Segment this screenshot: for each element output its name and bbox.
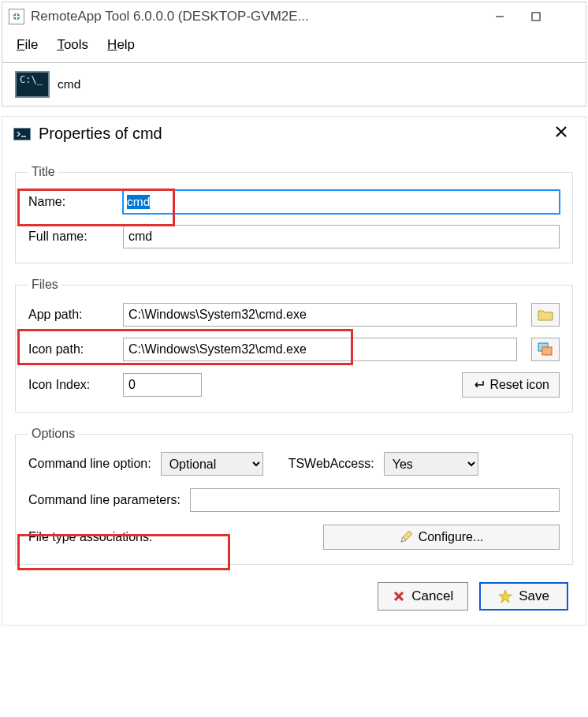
name-input-selected[interactable]: cmd (127, 195, 150, 209)
window-title: RemoteApp Tool 6.0.0.0 (DESKTOP-GVM2E... (31, 9, 493, 24)
window-controls (493, 9, 579, 24)
properties-dialog: Properties of cmd Title Name: cmd Full n… (2, 116, 586, 626)
main-window: RemoteApp Tool 6.0.0.0 (DESKTOP-GVM2E...… (2, 2, 586, 106)
fullname-input[interactable] (123, 225, 560, 248)
dialog-title: Properties of cmd (39, 125, 548, 143)
tsweb-label: TSWebAccess: (288, 457, 374, 471)
cmdline-option-label: Command line option: (28, 457, 151, 471)
maximize-button[interactable] (529, 9, 543, 24)
dialog-close-button[interactable] (548, 123, 575, 144)
fullname-label: Full name: (28, 230, 115, 244)
svg-rect-4 (542, 347, 552, 355)
apppath-label: App path: (28, 308, 115, 322)
cmd-terminal-icon: C:\_ (15, 71, 50, 98)
name-label: Name: (28, 195, 115, 209)
configure-button[interactable]: Configure... (323, 525, 560, 550)
menu-tools[interactable]: Tools (57, 37, 88, 53)
iconindex-input[interactable] (123, 373, 202, 397)
return-icon (472, 379, 485, 390)
x-icon (393, 590, 405, 603)
files-legend: Files (28, 278, 61, 292)
browse-apppath-button[interactable] (531, 303, 560, 327)
reset-icon-button[interactable]: Reset icon (462, 372, 560, 398)
cmdline-params-input[interactable] (190, 488, 560, 512)
fileassoc-label: File type associations: (28, 530, 152, 544)
cancel-button[interactable]: Cancel (378, 582, 468, 611)
folder-icon (538, 308, 553, 321)
star-icon (498, 589, 512, 603)
files-group: Files App path: Icon path: Icon Index: (15, 278, 573, 413)
iconpath-label: Icon path: (28, 342, 115, 357)
cmdline-option-select[interactable]: Optional (161, 452, 263, 476)
minimize-button[interactable] (493, 9, 507, 24)
app-list: C:\_ cmd (2, 62, 586, 106)
tsweb-select[interactable]: Yes (384, 452, 478, 476)
save-button[interactable]: Save (479, 582, 568, 611)
title-group: Title Name: cmd Full name: (15, 165, 573, 263)
apppath-input[interactable] (123, 303, 517, 327)
menu-help[interactable]: Help (107, 37, 135, 53)
dialog-buttons: Cancel Save (2, 571, 586, 611)
browse-iconpath-button[interactable] (531, 338, 560, 361)
app-icon (9, 9, 24, 24)
icons-icon (538, 342, 553, 357)
iconpath-input[interactable] (123, 338, 517, 361)
pencil-icon (400, 531, 412, 543)
cmd-small-icon (13, 128, 31, 140)
svg-rect-2 (532, 13, 540, 21)
iconindex-label: Icon Index: (28, 378, 115, 392)
options-group: Options Command line option: Optional TS… (15, 427, 573, 565)
menu-file[interactable]: File (17, 37, 38, 53)
app-list-item-label[interactable]: cmd (58, 77, 80, 91)
cmdline-params-label: Command line parameters: (28, 493, 180, 507)
options-legend: Options (28, 427, 78, 441)
dialog-titlebar: Properties of cmd (2, 117, 586, 151)
menubar: File Tools Help (2, 31, 586, 62)
titlebar: RemoteApp Tool 6.0.0.0 (DESKTOP-GVM2E... (2, 2, 586, 31)
title-legend: Title (28, 165, 58, 179)
